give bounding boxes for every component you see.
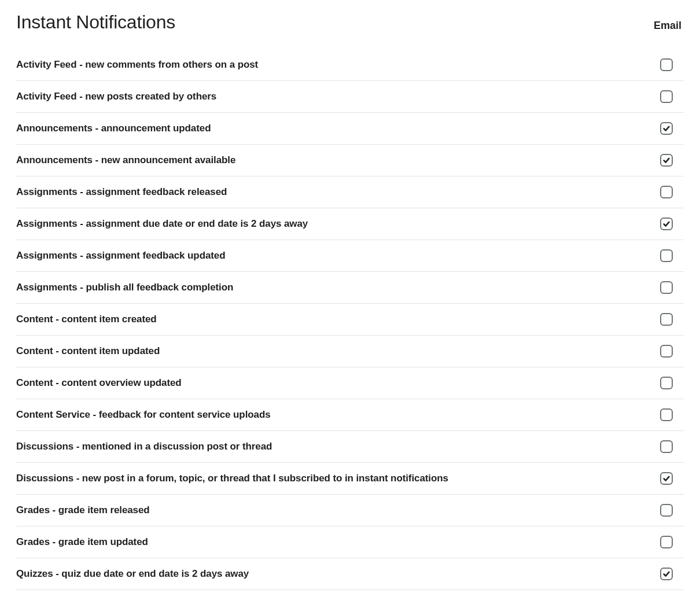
email-checkbox[interactable]: [660, 281, 673, 294]
checkbox-container: [649, 440, 684, 453]
email-checkbox[interactable]: [660, 440, 673, 453]
notification-row: Assignments - publish all feedback compl…: [16, 272, 684, 304]
checkbox-container: [649, 154, 684, 167]
check-icon: [662, 474, 670, 483]
email-checkbox[interactable]: [660, 122, 673, 135]
checkbox-container: [649, 536, 684, 548]
email-checkbox[interactable]: [660, 154, 673, 167]
email-checkbox[interactable]: [660, 472, 673, 485]
notification-label: Assignments - assignment feedback releas…: [16, 186, 227, 198]
checkbox-container: [649, 313, 684, 326]
checkbox-container: [649, 377, 684, 389]
checkbox-container: [649, 58, 684, 71]
notification-label: Discussions - mentioned in a discussion …: [16, 441, 272, 452]
notification-row: Activity Feed - new posts created by oth…: [16, 81, 684, 113]
check-icon: [662, 570, 670, 578]
checkbox-container: [649, 408, 684, 421]
checkbox-container: [649, 186, 684, 198]
notification-row: Content - content item created: [16, 304, 684, 336]
email-checkbox[interactable]: [660, 345, 673, 358]
notification-label: Content - content item created: [16, 314, 157, 325]
notification-label: Discussions - new post in a forum, topic…: [16, 473, 448, 484]
email-checkbox[interactable]: [660, 58, 673, 71]
checkbox-container: [649, 568, 684, 580]
notification-row: Assignments - assignment feedback update…: [16, 240, 684, 272]
email-checkbox[interactable]: [660, 504, 673, 517]
checkbox-container: [649, 218, 684, 230]
checkbox-container: [649, 472, 684, 485]
email-checkbox[interactable]: [660, 313, 673, 326]
email-checkbox[interactable]: [660, 90, 673, 103]
notification-row: Announcements - announcement updated: [16, 113, 684, 145]
notification-row: Grades - grade item updated: [16, 526, 684, 558]
email-checkbox[interactable]: [660, 186, 673, 198]
notification-label: Content - content item updated: [16, 345, 160, 357]
notification-label: Activity Feed - new posts created by oth…: [16, 91, 216, 102]
checkbox-container: [649, 345, 684, 358]
check-icon: [662, 220, 670, 228]
email-checkbox[interactable]: [660, 408, 673, 421]
notification-label: Assignments - assignment due date or end…: [16, 218, 308, 230]
notification-row: Activity Feed - new comments from others…: [16, 49, 684, 81]
notification-row: Content Service - feedback for content s…: [16, 399, 684, 431]
email-column-header: Email: [654, 20, 681, 33]
notification-label: Content Service - feedback for content s…: [16, 409, 271, 421]
notification-label: Content - content overview updated: [16, 377, 182, 389]
notification-label: Assignments - publish all feedback compl…: [16, 282, 233, 293]
notification-row: Assignments - assignment due date or end…: [16, 208, 684, 240]
notification-row: Content - content overview updated: [16, 367, 684, 399]
email-checkbox[interactable]: [660, 536, 673, 548]
check-icon: [662, 156, 670, 164]
checkbox-container: [649, 504, 684, 517]
notification-row: Announcements - new announcement availab…: [16, 145, 684, 176]
notification-label: Quizzes - quiz due date or end date is 2…: [16, 568, 249, 580]
email-checkbox[interactable]: [660, 218, 673, 230]
notification-row: Discussions - mentioned in a discussion …: [16, 431, 684, 463]
email-checkbox[interactable]: [660, 568, 673, 580]
notification-row: Quizzes - quiz due date or end date is 2…: [16, 558, 684, 590]
checkbox-container: [649, 249, 684, 262]
notification-label: Activity Feed - new comments from others…: [16, 59, 258, 71]
page-title: Instant Notifications: [16, 12, 175, 33]
email-checkbox[interactable]: [660, 377, 673, 389]
notification-label: Assignments - assignment feedback update…: [16, 250, 225, 262]
page-header: Instant Notifications Email: [16, 12, 684, 33]
notification-row: Grades - grade item released: [16, 495, 684, 526]
notification-row: Assignments - assignment feedback releas…: [16, 176, 684, 208]
notification-label: Grades - grade item updated: [16, 536, 148, 548]
notification-label: Announcements - announcement updated: [16, 123, 211, 134]
email-checkbox[interactable]: [660, 249, 673, 262]
checkbox-container: [649, 122, 684, 135]
checkbox-container: [649, 90, 684, 103]
notification-row: Content - content item updated: [16, 336, 684, 367]
checkbox-container: [649, 281, 684, 294]
notification-label: Grades - grade item released: [16, 504, 150, 516]
notification-row: Discussions - new post in a forum, topic…: [16, 463, 684, 495]
check-icon: [662, 124, 670, 132]
notifications-list: Activity Feed - new comments from others…: [16, 49, 684, 590]
notification-label: Announcements - new announcement availab…: [16, 154, 235, 166]
